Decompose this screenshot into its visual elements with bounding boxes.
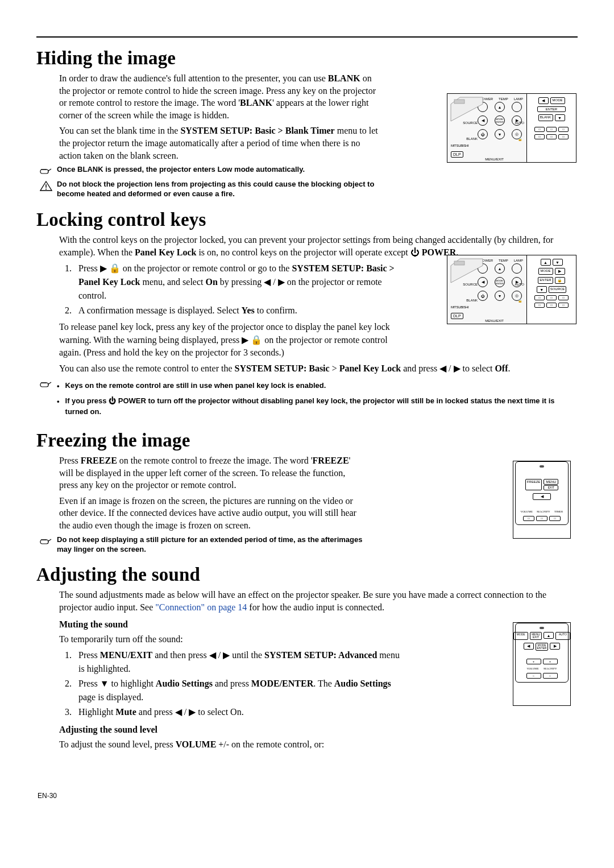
mute-intro: To temporarily turn off the sound: [59,633,578,646]
lock-bullets-block: •Keys on the remote control are still in… [36,378,578,420]
lock-p3: You can also use the remote control to e… [59,362,578,375]
adjust-level-subhead: Adjusting the sound level [59,725,578,735]
page-footer: EN-30 [38,792,57,800]
hiding-p1: In order to draw the audience's full att… [59,72,384,121]
page: Hiding the image In order to draw the au… [2,2,612,811]
projector-panel-figure-b: POWERTEMPLAMP ▲ ◀MODE/ ENTER▶ ⏻▼◎ SOURCE… [447,255,576,324]
freezing-body: Press FREEZE on the remote control to fr… [59,454,366,532]
hiding-warning: Do not block the projection lens from pr… [36,180,578,199]
mute-step-1: Press MENU/EXIT and then press ◀ / ▶ unt… [74,648,400,676]
svg-rect-0 [40,170,48,173]
top-rule [36,36,578,38]
note-icon [40,166,52,176]
svg-point-2 [45,189,47,190]
hiding-note-text: Once BLANK is pressed, the projector ent… [57,165,305,175]
sound-body: The sound adjustments made as below will… [59,589,578,613]
warning-icon [40,181,52,193]
mute-p: To temporarily turn off the sound: [59,633,578,646]
lock-p3-block: You can also use the remote control to e… [59,362,578,375]
freeze-p2: Even if an image is frozen on the screen… [59,495,366,532]
svg-rect-4 [40,383,48,387]
remote-figure-volume: MODEMENUEXIT▲AUTO ◀MODEENTER▶ ++ VOLUME … [513,622,571,706]
freezing-title: Freezing the image [36,430,578,451]
adjust-level-p: To adjust the sound level, press VOLUME … [59,738,578,751]
svg-rect-5 [454,261,464,265]
lock-bullet-1: Keys on the remote control are still in … [65,381,326,392]
mute-step-2: Press ▼ to highlight Audio Settings and … [74,677,400,704]
lock-steps: Press ▶ 🔒 on the projector or remote con… [59,262,400,359]
hiding-note: Once BLANK is pressed, the projector ent… [36,165,578,176]
mute-step-3: Highlight Mute and press ◀ / ▶ to select… [74,705,400,719]
remote-figure-freeze: FREEZEMENUEXIT ◀ VOLUME MAGNIFY TIMER □□… [513,461,571,539]
svg-rect-6 [40,540,48,544]
hiding-warn-text: Do not block the projection lens from pr… [57,180,381,199]
mute-steps: Press MENU/EXIT and then press ◀ / ▶ unt… [59,648,400,719]
note-icon [40,379,52,390]
adjusting-sound-title: Adjusting the sound [36,564,578,585]
hiding-image-title: Hiding the image [36,48,578,69]
lock-release-p: To release panel key lock, press any key… [59,321,400,359]
freeze-note-text: Do not keep displaying a still picture f… [57,535,364,555]
hiding-p2: You can set the blank time in the SYSTEM… [59,125,384,162]
freeze-p1: Press FREEZE on the remote control to fr… [59,454,366,491]
freeze-note: Do not keep displaying a still picture f… [36,535,578,555]
connection-link[interactable]: "Connection" on page 14 [155,602,247,612]
hiding-image-body: In order to draw the audience's full att… [59,72,384,162]
sound-p1: The sound adjustments made as below will… [59,589,578,613]
lock-bullet-2: If you press ⏻ POWER to turn off the pro… [65,396,578,418]
projector-panel-figure-a: POWERTEMPLAMP ▲ ◀MODE/ ENTER▶ ⏻▼◎ SOURCE… [447,93,576,163]
locking-keys-title: Locking control keys [36,209,578,230]
lock-step-2: A confirmation message is displayed. Sel… [74,304,400,317]
svg-rect-3 [454,100,464,104]
note-icon [40,536,52,547]
lock-step-1: Press ▶ 🔒 on the projector or remote con… [74,262,400,303]
muting-subhead: Muting the sound [59,619,578,630]
adjust-level-body: To adjust the sound level, press VOLUME … [59,738,578,751]
